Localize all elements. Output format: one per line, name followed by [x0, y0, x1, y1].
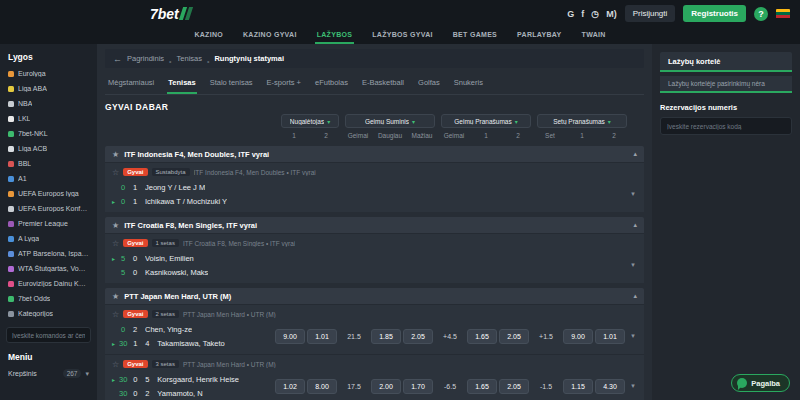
tab-6[interactable]: Golfas	[417, 75, 441, 94]
expand-chevron-icon[interactable]: ▾	[626, 261, 640, 269]
odds-button[interactable]: 1.15	[563, 379, 593, 394]
odds-button[interactable]: 1.01	[307, 329, 337, 344]
odds-button[interactable]: 1.65	[467, 379, 497, 394]
team-row[interactable]: 01Jeong Y / Lee J M	[112, 180, 274, 194]
sidebar-item[interactable]: A1	[0, 171, 97, 186]
nav-item-2[interactable]: LAŽYBOS	[315, 27, 355, 44]
market-sub-label: Set	[535, 132, 565, 139]
odds-button[interactable]: 1.02	[275, 379, 305, 394]
sidebar-item[interactable]: 7bet-NKL	[0, 126, 97, 141]
nav-item-0[interactable]: KAZINO	[192, 27, 225, 44]
nav-item-3[interactable]: LAŽYBOS GYVAI	[370, 27, 435, 44]
expand-chevron-icon[interactable]: ▾	[626, 382, 640, 390]
chevron-up-icon[interactable]: ▴	[633, 221, 637, 229]
reservation-code-input[interactable]	[660, 117, 792, 135]
team-row[interactable]: ▸50Voisin, Emilien	[112, 251, 274, 265]
help-icon[interactable]: ?	[754, 7, 768, 21]
sidebar-item[interactable]: Premier League	[0, 216, 97, 231]
sidebar-item[interactable]: Eurolyga	[0, 66, 97, 81]
league-icon	[8, 101, 14, 107]
sidebar-item[interactable]: Eurovizijos Dainų Konkursas	[0, 276, 97, 291]
group-header[interactable]: ★PTT Japan Men Hard, UTR (M)▴	[105, 288, 644, 304]
expand-chevron-icon[interactable]: ▾	[626, 190, 640, 198]
tab-5[interactable]: E-Basketball	[361, 75, 405, 94]
google-icon[interactable]: G	[567, 9, 574, 19]
help-button[interactable]: Pagalba	[731, 374, 790, 392]
sidebar-item[interactable]: UEFA Europos lyga	[0, 186, 97, 201]
betslip-tab[interactable]: Lažybų kortelė	[660, 52, 792, 72]
sidebar-item[interactable]: A Lyga	[0, 231, 97, 246]
odds-button[interactable]: 1.01	[595, 329, 625, 344]
team-row[interactable]: ▸01Ichikawa T / Mochizuki Y	[112, 194, 274, 208]
logo[interactable]: 7bet	[150, 6, 191, 22]
sidebar-item[interactable]: Liga ACB	[0, 141, 97, 156]
breadcrumb-sport[interactable]: Tenisas	[177, 54, 202, 63]
age-limit-icon[interactable]: ◷	[591, 9, 599, 19]
chevron-down-icon: ▾	[85, 370, 89, 378]
market-dropdown[interactable]: Nugalėtojas▾	[281, 114, 339, 128]
sidebar-item[interactable]: BBL	[0, 156, 97, 171]
odds-button[interactable]: 1.85	[371, 329, 401, 344]
group-header[interactable]: ★ITF Indonesia F4, Men Doubles, ITF vyra…	[105, 146, 644, 162]
odds-button[interactable]: 9.00	[275, 329, 305, 344]
sidebar-item[interactable]: UEFA Europos Konferencijų...	[0, 201, 97, 216]
nav-item-1[interactable]: KAZINO GYVAI	[241, 27, 299, 44]
team-row[interactable]: 3002Yamamoto, N	[112, 386, 274, 400]
tab-2[interactable]: Stalo tenisas	[209, 75, 254, 94]
favorite-star-icon[interactable]: ☆	[112, 168, 119, 177]
sidebar-item[interactable]: LKL	[0, 111, 97, 126]
lithuania-flag-icon[interactable]	[776, 9, 790, 19]
star-icon[interactable]: ★	[112, 292, 119, 301]
sidebar-item[interactable]: 7bet Odds	[0, 291, 97, 306]
chevron-up-icon[interactable]: ▴	[633, 292, 637, 300]
login-button[interactable]: Prisijungti	[625, 5, 676, 22]
market-dropdown[interactable]: Geimų Pranašumas▾	[441, 114, 531, 128]
odds-button[interactable]: 2.05	[499, 379, 529, 394]
register-button[interactable]: Registruotis	[683, 5, 746, 22]
favorite-star-icon[interactable]: ☆	[112, 310, 119, 319]
chevron-up-icon[interactable]: ▴	[633, 150, 637, 158]
nav-item-5[interactable]: PARLAYBAY	[515, 27, 563, 44]
favorite-star-icon[interactable]: ☆	[112, 239, 119, 248]
nav-item-6[interactable]: TWAIN	[580, 27, 608, 44]
regulator-icon[interactable]: M)	[606, 9, 617, 19]
odds-button[interactable]: 2.00	[371, 379, 401, 394]
favorite-star-icon[interactable]: ☆	[112, 360, 119, 369]
market-dropdown[interactable]: Setų Pranašumas▾	[537, 114, 627, 128]
tab-4[interactable]: eFutbolas	[314, 75, 349, 94]
sidebar-item[interactable]: ATP Barselona, Ispanija V...	[0, 246, 97, 261]
expand-chevron-icon[interactable]: ▾	[626, 332, 640, 340]
odds-button[interactable]: 8.00	[307, 379, 337, 394]
odds-button[interactable]: 1.70	[403, 379, 433, 394]
breadcrumb-home[interactable]: Pagrindinis	[127, 54, 164, 63]
odds-button[interactable]: 1.65	[467, 329, 497, 344]
star-icon[interactable]: ★	[112, 221, 119, 230]
team-name: Ichikawa T / Mochizuki Y	[145, 197, 227, 206]
team-search-input[interactable]	[6, 327, 91, 343]
tab-1[interactable]: Tenisas	[167, 75, 196, 94]
team-row[interactable]: 50Kasnikowski, Maks	[112, 265, 274, 279]
market-sub-label: Daugiau	[375, 132, 405, 139]
sidebar-item[interactable]: WTA Štutgartas, Vokietija |...	[0, 261, 97, 276]
team-row[interactable]: 02Chen, Ying-ze	[112, 322, 274, 336]
odds-button[interactable]: 2.05	[499, 329, 529, 344]
tab-0[interactable]: Mėgstamiausi	[107, 75, 155, 94]
back-icon[interactable]: ←	[113, 54, 122, 64]
sidebar-item[interactable]: Liga ABA	[0, 81, 97, 96]
menu-title: Meniu	[0, 349, 97, 366]
tab-3[interactable]: E-sports +	[266, 75, 302, 94]
odds-button[interactable]: 2.05	[403, 329, 433, 344]
star-icon[interactable]: ★	[112, 150, 119, 159]
facebook-icon[interactable]: f	[581, 9, 584, 19]
nav-item-4[interactable]: BET GAMES	[451, 27, 499, 44]
odds-button[interactable]: 9.00	[563, 329, 593, 344]
tab-7[interactable]: Snukeris	[453, 75, 484, 94]
odds-button[interactable]: 4.30	[595, 379, 625, 394]
sidebar-item[interactable]: Kategorijos	[0, 306, 97, 321]
sidebar-item[interactable]: NBA	[0, 96, 97, 111]
market-dropdown[interactable]: Geimų Suminis▾	[345, 114, 435, 128]
menu-item[interactable]: Krepšinis267▾	[0, 366, 97, 381]
group-header[interactable]: ★ITF Croatia F8, Men Singles, ITF vyrai▴	[105, 217, 644, 233]
team-row[interactable]: ▸3014Takamisawa, Taketo	[112, 336, 274, 350]
team-row[interactable]: ▸3005Korsgaard, Henrik Heise	[112, 372, 274, 386]
